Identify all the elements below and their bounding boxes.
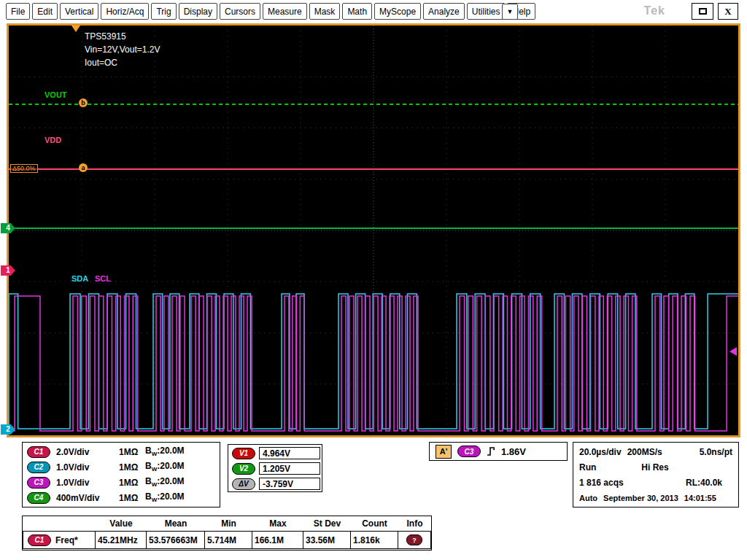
channel-badge-C1[interactable]: C1 — [27, 446, 50, 458]
menu-cursors[interactable]: Cursors — [220, 3, 260, 20]
vout-trace-label: VOUT — [44, 90, 67, 99]
measurement-cell-2: 5.714M — [204, 531, 252, 549]
table-header-stdev: St Dev — [303, 518, 351, 529]
trigger-mode: Auto — [579, 494, 597, 502]
trigger-panel[interactable]: A' C3 1.86V — [429, 442, 568, 461]
channel-impedance: 1MΩ — [119, 493, 145, 503]
table-header-count: Count — [351, 518, 398, 529]
measurement-cell-4: 33.56M — [303, 531, 351, 549]
measurement-info-cell[interactable]: ? — [398, 531, 431, 549]
menu-vertical[interactable]: Vertical — [60, 3, 98, 20]
menu-measure[interactable]: Measure — [263, 3, 307, 20]
cursor-row-ΔV: ΔV-3.759V — [228, 476, 322, 491]
close-button[interactable]: X — [718, 3, 738, 20]
sample-rate: 200MS/s — [627, 447, 662, 457]
channel-scale: 2.0V/div — [56, 447, 119, 457]
timebase-panel: 20.0µs/div 200MS/s 5.0ns/pt Run Hi Res 1… — [573, 442, 739, 508]
channel-settings-panel: C12.0V/div1MΩBW:20.0MC21.0V/div1MΩBW:20.… — [22, 442, 220, 508]
cursor-value: -3.759V — [259, 478, 320, 490]
sample-resolution: 5.0ns/pt — [700, 447, 732, 457]
menu-display[interactable]: Display — [179, 3, 217, 20]
menu-math[interactable]: Math — [342, 3, 372, 20]
menu-horizacq[interactable]: Horiz/Acq — [101, 3, 149, 20]
waveform-area[interactable]: TPS53915 Vin=12V,Vout=1.2V Iout=OC VOUT … — [9, 26, 738, 435]
channel-row-C3[interactable]: C31.0V/div1MΩBW:20.0M — [23, 475, 220, 490]
trigger-level-arrow[interactable] — [729, 347, 737, 356]
rising-edge-icon — [487, 446, 495, 457]
timebase-scale: 20.0µs/div — [579, 447, 622, 457]
annotation-line1: TPS53915 — [85, 31, 126, 42]
menu-trig[interactable]: Trig — [151, 3, 176, 20]
cursor-badge-ΔV: ΔV — [232, 478, 255, 490]
cursor-value: 1.205V — [259, 462, 320, 475]
channel-scale: 1.0V/div — [56, 462, 119, 472]
oscilloscope-screen: FileEditVerticalHoriz/AcqTrigDisplayCurs… — [0, 0, 747, 560]
channel-badge-C4[interactable]: C4 — [27, 492, 50, 504]
trigger-a-badge: A' — [436, 445, 452, 459]
minimize-icon — [699, 8, 707, 15]
minimize-button[interactable] — [692, 3, 713, 20]
cursor-badge-V1: V1 — [232, 448, 255, 459]
table-header-info: Info — [398, 518, 431, 529]
measurement-name: Freq* — [55, 535, 78, 545]
menu-bar: FileEditVerticalHoriz/AcqTrigDisplayCurs… — [0, 0, 747, 23]
cursor-row-V1: V14.964V — [228, 446, 322, 461]
measurement-name-cell: C1Freq* — [23, 531, 96, 549]
trigger-position-marker[interactable] — [71, 26, 80, 32]
cursor-badge-V2: V2 — [232, 463, 255, 475]
trigger-level-flag[interactable]: Δ50.0% — [10, 164, 38, 173]
channel-row-C2[interactable]: C21.0V/div1MΩBW:20.0M — [23, 459, 220, 475]
channel-row-C1[interactable]: C12.0V/div1MΩBW:20.0M — [23, 444, 220, 459]
menu-myscope[interactable]: MyScope — [374, 3, 421, 20]
annotation-line2: Vin=12V,Vout=1.2V — [85, 44, 160, 55]
marker-b-balloon[interactable]: b — [79, 98, 88, 107]
record-length: RL:40.0k — [686, 478, 722, 488]
channel-bandwidth: BW:20.0M — [145, 461, 220, 472]
channel-bandwidth: BW:20.0M — [145, 491, 220, 503]
measurement-cell-3: 166.1M — [252, 531, 303, 549]
vdd-trace-label: VDD — [44, 136, 61, 144]
acquisition-mode: Hi Res — [641, 462, 668, 472]
cursor-row-V2: V21.205V — [228, 461, 322, 476]
menu-edit[interactable]: Edit — [32, 3, 58, 20]
channel-bandwidth: BW:20.0M — [145, 446, 220, 457]
menu-dropdown-button[interactable]: ▼ — [502, 4, 518, 20]
trigger-source-badge: C3 — [457, 446, 481, 457]
channel-impedance: 1MΩ — [119, 462, 145, 472]
channel-row-C4[interactable]: C4400mV/div1MΩBW:20.0M — [23, 490, 220, 505]
measurement-channel-badge: C1 — [28, 534, 51, 546]
trigger-level-value: 1.86V — [501, 446, 526, 457]
channel-badge-C3[interactable]: C3 — [27, 477, 50, 489]
annotation-line3: Iout=OC — [85, 58, 117, 68]
table-header-min: Min — [205, 518, 252, 529]
acquisition-state: Run — [579, 462, 596, 472]
channel-impedance: 1MΩ — [119, 447, 145, 457]
cursor-readout-panel: V14.964VV21.205VΔV-3.759V — [228, 444, 322, 492]
channel-bandwidth: BW:20.0M — [145, 476, 220, 488]
time-text: 14:01:55 — [684, 494, 716, 502]
table-header-value: Value — [96, 518, 147, 529]
waveform-display[interactable] — [9, 26, 738, 435]
info-icon[interactable]: ? — [406, 534, 422, 545]
sda-trace-label: SDA — [71, 274, 88, 283]
scl-trace-label: SCL — [95, 274, 111, 283]
table-header-mean: Mean — [147, 518, 205, 529]
measurement-table-header: ValueMeanMinMaxSt DevCountInfo — [23, 516, 431, 531]
menu-mask[interactable]: Mask — [309, 3, 341, 20]
menu-file[interactable]: File — [6, 3, 30, 20]
menu-items: FileEditVerticalHoriz/AcqTrigDisplayCurs… — [6, 3, 535, 20]
marker-a-balloon[interactable]: a — [79, 163, 88, 172]
tek-logo: Tek — [644, 4, 665, 18]
channel-scale: 400mV/div — [56, 493, 119, 503]
menu-utilities[interactable]: Utilities — [467, 3, 506, 20]
measurement-cell-1: 53.576663M — [146, 531, 205, 549]
measurement-cell-5: 1.816k — [350, 531, 398, 549]
measurement-table-row: C1Freq*45.21MHz53.576663M5.714M166.1M33.… — [23, 531, 431, 549]
channel-impedance: 1MΩ — [119, 478, 145, 488]
acquisition-count: 1 816 acqs — [579, 478, 624, 488]
measurement-table: ValueMeanMinMaxSt DevCountInfo C1Freq*45… — [22, 516, 432, 551]
menu-analyze[interactable]: Analyze — [423, 3, 465, 20]
channel-scale: 1.0V/div — [56, 478, 119, 488]
channel-badge-C2[interactable]: C2 — [27, 462, 50, 473]
measurement-cell-0: 45.21MHz — [95, 531, 147, 549]
